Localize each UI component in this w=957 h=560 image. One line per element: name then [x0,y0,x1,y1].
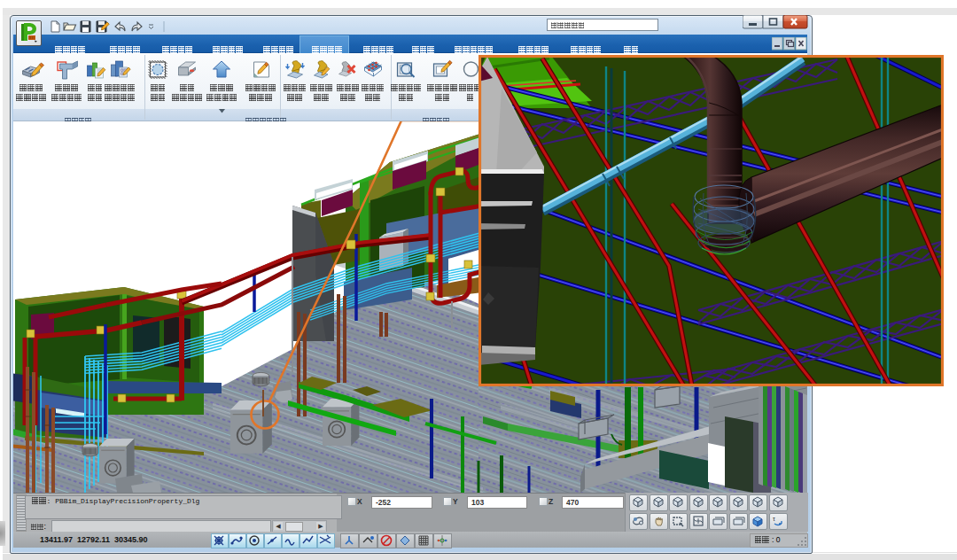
svg-text:τ: τ [773,516,775,522]
